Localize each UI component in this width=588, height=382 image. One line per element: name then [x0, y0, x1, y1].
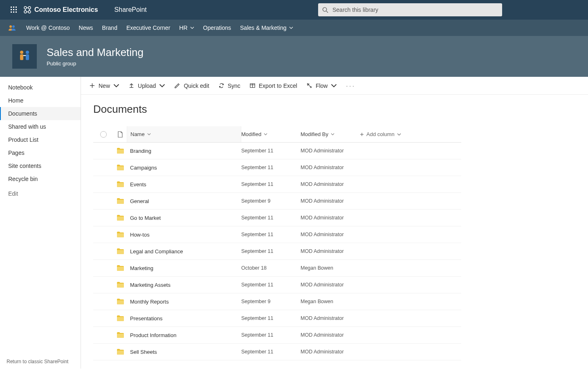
more-actions-button[interactable]: · · · [346, 83, 354, 89]
table-row[interactable]: BrandingSeptember 11MOD Administrator [93, 143, 461, 159]
leftnav-item[interactable]: Notebook [0, 81, 81, 94]
svg-point-21 [20, 51, 23, 54]
leftnav-item[interactable]: Site contents [0, 159, 81, 172]
left-nav: NotebookHomeDocumentsShared with usProdu… [0, 77, 81, 369]
row-name[interactable]: Campaigns [127, 165, 241, 171]
site-subtitle: Public group [47, 60, 144, 67]
row-modified: September 11 [241, 332, 301, 338]
leftnav-edit[interactable]: Edit [0, 187, 81, 200]
row-modified: September 11 [241, 181, 301, 187]
folder-icon [114, 181, 127, 187]
row-modified: September 11 [241, 215, 301, 221]
chevron-down-icon [331, 83, 337, 89]
folder-icon [114, 282, 127, 288]
flow-button[interactable]: Flow [306, 83, 337, 89]
svg-point-9 [24, 7, 27, 9]
app-name[interactable]: SharePoint [114, 6, 147, 13]
chevron-down-icon [289, 26, 293, 30]
hubnav-item[interactable]: HR [179, 25, 194, 31]
row-name[interactable]: Presentations [127, 315, 241, 322]
hubnav-item[interactable]: Work @ Contoso [26, 25, 70, 31]
quick-edit-button[interactable]: Quick edit [174, 83, 209, 89]
add-column-label: Add column [366, 131, 395, 137]
column-header-modified-by[interactable]: Modified By [301, 131, 360, 137]
new-button[interactable]: New [89, 83, 119, 89]
leftnav-item[interactable]: Shared with us [0, 120, 81, 133]
table-row[interactable]: How-tosSeptember 11MOD Administrator [93, 226, 461, 243]
leftnav-item[interactable]: Documents [0, 107, 81, 120]
folder-icon [114, 332, 127, 338]
site-title[interactable]: Sales and Marketing [47, 46, 144, 59]
row-modified-by: Megan Bowen [301, 265, 360, 271]
group-members-icon[interactable] [8, 25, 17, 31]
svg-point-19 [9, 25, 12, 28]
app-launcher-icon[interactable] [4, 7, 24, 13]
svg-rect-22 [20, 54, 23, 60]
row-name[interactable]: Product Information [127, 332, 241, 338]
search-box[interactable] [318, 3, 502, 16]
table-row[interactable]: PresentationsSeptember 11MOD Administrat… [93, 310, 461, 327]
export-excel-button[interactable]: Export to Excel [249, 83, 297, 89]
filetype-column-icon[interactable] [114, 131, 127, 138]
svg-rect-8 [16, 11, 17, 13]
column-header-name[interactable]: Name [130, 131, 151, 137]
hubnav-item-label: Work @ Contoso [26, 25, 70, 31]
svg-point-11 [24, 11, 27, 13]
hubnav-item[interactable]: Sales & Marketing [240, 25, 293, 31]
site-header: Sales and Marketing Public group [0, 36, 588, 77]
svg-rect-2 [16, 7, 17, 8]
row-name[interactable]: How-tos [127, 232, 241, 238]
table-row[interactable]: Product InformationSeptember 11MOD Admin… [93, 327, 461, 344]
site-logo[interactable] [12, 44, 37, 69]
leftnav-item[interactable]: Recycle bin [0, 172, 81, 185]
table-row[interactable]: EventsSeptember 11MOD Administrator [93, 176, 461, 193]
folder-icon [114, 198, 127, 204]
table-row[interactable]: Marketing AssetsSeptember 11MOD Administ… [93, 277, 461, 293]
folder-icon [114, 315, 127, 321]
svg-rect-0 [11, 7, 12, 8]
upload-button[interactable]: Upload [128, 83, 165, 89]
column-header-modified[interactable]: Modified [241, 131, 301, 137]
table-row[interactable]: Go to MarketSeptember 11MOD Administrato… [93, 210, 461, 226]
sync-icon [218, 83, 224, 89]
row-name[interactable]: Monthly Reports [127, 299, 241, 305]
hubnav-item[interactable]: News [79, 25, 93, 31]
svg-point-20 [12, 25, 15, 28]
hubnav-item[interactable]: Brand [102, 25, 117, 31]
table-row[interactable]: GeneralSeptember 9MOD Administrator [93, 193, 461, 210]
row-name[interactable]: Events [127, 181, 241, 188]
sync-button[interactable]: Sync [218, 83, 240, 89]
select-all-toggle[interactable] [100, 131, 107, 138]
row-name[interactable]: Branding [127, 148, 241, 154]
hubnav-item[interactable]: Operations [203, 25, 231, 31]
hubnav-item-label: HR [179, 25, 187, 31]
svg-rect-7 [13, 11, 14, 13]
row-name[interactable]: Legal and Compliance [127, 248, 241, 255]
row-name[interactable]: Sell Sheets [127, 349, 241, 355]
flow-icon [306, 83, 312, 89]
table-row[interactable]: Legal and ComplianceSeptember 11MOD Admi… [93, 243, 461, 260]
svg-rect-24 [26, 54, 29, 60]
leftnav-item[interactable]: Product List [0, 133, 81, 146]
hubnav-item[interactable]: Executive Corner [126, 25, 170, 31]
row-name[interactable]: Go to Market [127, 215, 241, 221]
table-row[interactable]: Sell SheetsSeptember 11MOD Administrator [93, 344, 461, 360]
chevron-down-icon [147, 132, 151, 136]
new-label: New [99, 83, 110, 89]
table-row[interactable]: MarketingOctober 18Megan Bowen [93, 260, 461, 277]
row-name[interactable]: Marketing [127, 265, 241, 271]
svg-point-23 [26, 51, 29, 54]
row-name[interactable]: General [127, 198, 241, 204]
brand[interactable]: Contoso Electronics [24, 6, 98, 13]
leftnav-item[interactable]: Home [0, 94, 81, 107]
leftnav-item[interactable]: Pages [0, 146, 81, 159]
return-classic-link[interactable]: Return to classic SharePoint [7, 359, 68, 364]
search-input[interactable] [332, 7, 498, 13]
table-row[interactable]: Monthly ReportsSeptember 9Megan Bowen [93, 293, 461, 310]
svg-point-12 [28, 11, 31, 13]
export-label: Export to Excel [259, 83, 297, 89]
table-row[interactable]: CampaignsSeptember 11MOD Administrator [93, 159, 461, 176]
command-bar: New Upload Quick edit Sync Export to Exc… [81, 77, 588, 95]
add-column-button[interactable]: Add column [360, 131, 413, 137]
row-name[interactable]: Marketing Assets [127, 282, 241, 288]
